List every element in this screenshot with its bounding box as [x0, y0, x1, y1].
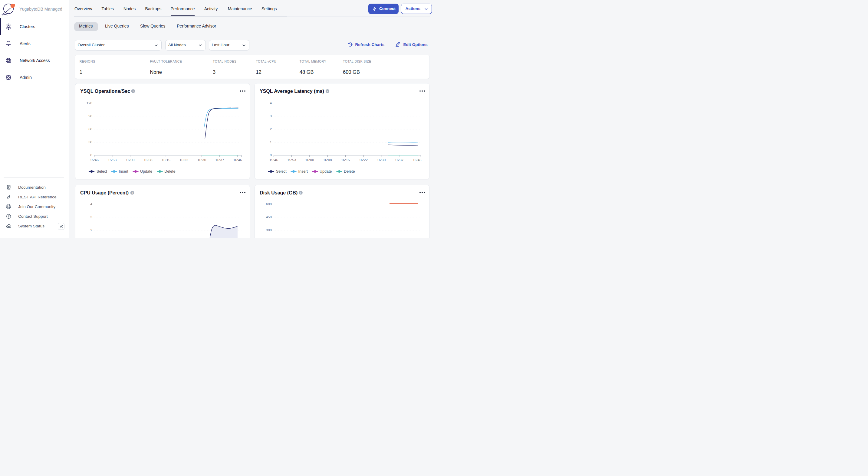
svg-text:Update: Update [319, 169, 332, 174]
svg-text:16:00: 16:00 [305, 158, 314, 162]
svg-text:16:30: 16:30 [377, 158, 385, 162]
svg-text:16:00: 16:00 [126, 158, 134, 162]
svg-text:4: 4 [90, 202, 92, 206]
svg-text:30: 30 [88, 140, 92, 144]
svg-text:YSQL Average Latency (ms): YSQL Average Latency (ms) [260, 88, 324, 94]
svg-text:16:15: 16:15 [161, 158, 170, 162]
svg-text:90: 90 [88, 114, 92, 117]
svg-text:600: 600 [266, 202, 272, 206]
svg-text:450: 450 [266, 215, 272, 219]
svg-text:16:37: 16:37 [395, 158, 403, 162]
svg-text:16:15: 16:15 [341, 158, 349, 162]
svg-text:16:08: 16:08 [323, 158, 332, 162]
svg-text:15:53: 15:53 [108, 158, 117, 162]
svg-text:16:30: 16:30 [197, 158, 206, 162]
svg-text:3: 3 [90, 215, 92, 219]
svg-text:15:46: 15:46 [269, 158, 278, 162]
svg-text:2: 2 [270, 127, 272, 131]
svg-text:CPU Usage (Percent): CPU Usage (Percent) [80, 190, 129, 195]
svg-text:120: 120 [86, 101, 92, 105]
svg-text:i: i [300, 191, 301, 194]
svg-text:0: 0 [270, 153, 272, 157]
svg-text:Insert: Insert [298, 169, 308, 174]
svg-text:16:46: 16:46 [233, 158, 242, 162]
svg-text:16:37: 16:37 [215, 158, 224, 162]
svg-text:60: 60 [88, 127, 92, 131]
svg-text:i: i [327, 90, 328, 93]
svg-text:Disk Usage (GB): Disk Usage (GB) [260, 190, 298, 195]
svg-text:4: 4 [270, 101, 272, 105]
svg-text:300: 300 [266, 228, 272, 232]
svg-text:Insert: Insert [119, 169, 128, 174]
svg-text:Delete: Delete [344, 169, 355, 174]
svg-text:3: 3 [270, 114, 272, 117]
svg-text:Delete: Delete [164, 169, 175, 174]
svg-text:YSQL Operations/Sec: YSQL Operations/Sec [80, 88, 130, 94]
svg-text:15:53: 15:53 [287, 158, 296, 162]
svg-text:16:46: 16:46 [412, 158, 421, 162]
svg-text:i: i [132, 191, 132, 194]
svg-text:i: i [132, 90, 133, 93]
svg-text:Select: Select [276, 169, 287, 174]
svg-text:16:08: 16:08 [144, 158, 152, 162]
svg-text:Update: Update [140, 169, 152, 174]
svg-text:16:22: 16:22 [359, 158, 368, 162]
svg-text:Select: Select [97, 169, 107, 174]
svg-text:1: 1 [270, 140, 272, 144]
svg-text:2: 2 [90, 228, 92, 232]
svg-text:15:46: 15:46 [90, 158, 99, 162]
svg-text:0: 0 [90, 153, 92, 157]
svg-text:16:22: 16:22 [180, 158, 188, 162]
